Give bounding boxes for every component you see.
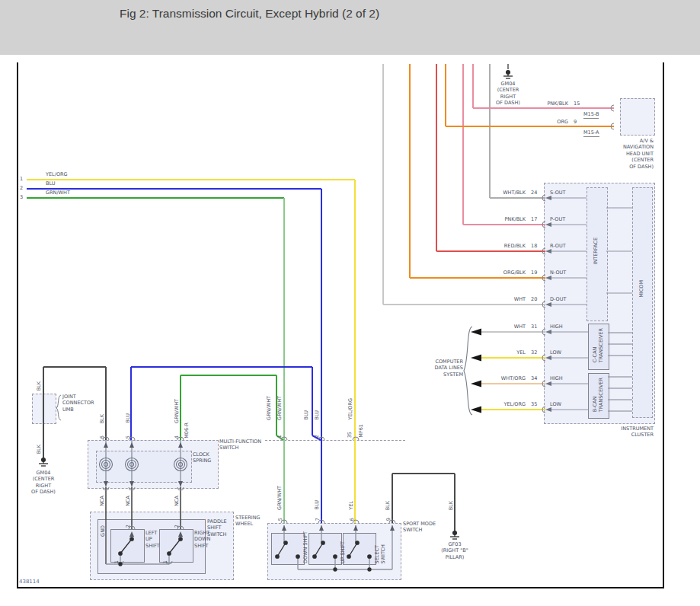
can2-color: YEL — [487, 349, 526, 356]
sport-pin4-wire: BLK — [385, 501, 391, 510]
av-pin2-conn: M15-A — [583, 129, 599, 137]
sport-pin2-wire: BLU — [314, 500, 320, 510]
mf61-pin1-num: 1 — [276, 435, 283, 438]
av-pin2-color: ORG — [533, 119, 568, 125]
mf61-pin1-wire-b: GRN/WHT — [276, 396, 283, 420]
can2-num: 32 — [531, 349, 537, 356]
paddle-right-pin-num: 2 — [174, 525, 180, 528]
sport-pin4-num: 9 — [385, 518, 392, 521]
gm04-left-label: GM04 (CENTER RIGHT OF DASH) — [22, 470, 65, 496]
mfs-pin1-wire-label: BLK — [99, 414, 105, 423]
sout-num: 24 — [531, 190, 537, 196]
av-pin1-num: 15 — [574, 100, 580, 107]
left-wire-2-label: BLU — [46, 180, 56, 187]
can1-color: WHT — [487, 324, 526, 330]
joint-blk-top-label: BLK — [36, 381, 42, 391]
clock-spring-label: CLOCK SPRING — [193, 451, 211, 464]
sport-pin1-wire: GRN/WHT — [276, 486, 283, 510]
sport-pin2-num: 7 — [315, 518, 321, 521]
computer-data-lines-label: COMPUTER DATA LINES SYSTEM — [419, 359, 463, 378]
select-switch-label: SELECT SWITCH — [374, 544, 386, 564]
sout-signal: S-OUT — [550, 190, 566, 196]
mf61-pin3-num: 35 — [347, 432, 353, 438]
can4-signal: LOW — [550, 401, 561, 407]
rout-color: RED/BLK — [487, 243, 526, 249]
dout-color: WHT — [487, 296, 526, 302]
av-pin1-color: PNK/BLK — [533, 100, 568, 107]
mfs-pin1-num: 6 — [99, 435, 105, 439]
can-arrowheads — [471, 329, 481, 413]
micom-label: MICOM — [638, 280, 644, 298]
sport-switch-contacts — [276, 541, 371, 571]
mfs-pin3-conn: M06-R — [184, 423, 190, 439]
multi-function-switch-label: MULTI-FUNCTION SWITCH — [219, 439, 265, 451]
interface-micom-links — [606, 208, 632, 411]
rout-num: 18 — [531, 243, 537, 249]
mf61-conn-label: MF61 — [358, 424, 364, 438]
av-pin2-num: 9 — [574, 119, 577, 125]
mfs-pin3-wire-label: GRN/WHT — [174, 399, 180, 423]
mfs-pin2-num: 5 — [125, 435, 131, 439]
nout-color: ORG/BLK — [487, 270, 526, 276]
paddle-bottom-pin-2: 1 — [162, 560, 168, 563]
nout-num: 19 — [531, 270, 537, 276]
can3-color: WHT/ORG — [487, 375, 526, 381]
nca-label-1: NCA — [99, 496, 105, 506]
down-shift-label: DOWN SHIFT — [302, 531, 308, 563]
diagram-code: 438114 — [19, 579, 40, 585]
wiring-diagram-page: Fig 2: Transmission Circuit, Except Hybr… — [0, 0, 700, 606]
sport-mode-switch-label: SPORT MODE SWITCH — [403, 521, 450, 534]
mf61-pin2-wire-a: BLU — [303, 410, 309, 420]
pout-color: PNK/BLK — [487, 216, 526, 222]
paddle-shift-switch-label: PADDLE SHIFT SWITCH — [207, 518, 227, 537]
left-up-shift-label: LEFT UP SHIFT — [145, 530, 160, 549]
rout-signal: R-OUT — [550, 243, 566, 249]
left-wire-1-label: YEL/ORG — [46, 171, 68, 177]
nca-label-3: NCA — [174, 496, 180, 506]
gm04-left-ground-icon — [39, 458, 48, 466]
sport-pin3-wire: YEL — [348, 501, 354, 510]
sout-color: WHT/BLK — [487, 190, 526, 196]
mf61-pin1-wire-a: GRN/WHT — [266, 396, 272, 420]
paddle-bottom-pin-1: 1 — [113, 560, 120, 563]
dout-num: 20 — [531, 296, 537, 302]
gf03-wire-label: BLK — [448, 501, 454, 510]
mf61-pin2-wire-b: BLU — [314, 410, 320, 420]
sport-pin3-num: 6 — [349, 518, 355, 521]
gf03-ground-icon — [450, 531, 459, 539]
bcan-label: B-CAN TRANSCEIVER — [592, 378, 604, 412]
pout-num: 17 — [531, 216, 537, 222]
paddle-gnd-label: GND — [100, 525, 106, 537]
paddle-left-pin-num: 2 — [125, 525, 131, 528]
can3-signal: HIGH — [550, 375, 563, 381]
mfs-pin3-num: 4 — [174, 435, 180, 439]
can4-num: 35 — [531, 401, 537, 407]
nca-label-2: NCA — [125, 496, 131, 506]
can1-num: 31 — [531, 324, 537, 330]
dout-signal: D-OUT — [550, 296, 566, 302]
mfs-pin2-wire-label: BLU — [125, 413, 131, 423]
gf03-label: GF03 (RIGHT "B" PILLAR) — [433, 541, 476, 560]
can2-signal: LOW — [550, 349, 561, 356]
can4-color: YEL/ORG — [487, 401, 526, 407]
left-wire-3-label: GRN/WHT — [46, 190, 70, 196]
mf61-pin2-num: 2 — [314, 435, 320, 438]
av-pin1-conn: M15-B — [583, 111, 599, 119]
computer-data-lines-brace — [464, 327, 472, 415]
pout-signal: P-OUT — [550, 216, 565, 222]
left-wire-2-num: 2 — [20, 185, 23, 191]
joint-connector-brace — [56, 395, 61, 420]
mf61-pin3-wire-a: YEL/ORG — [347, 398, 353, 420]
joint-connector-label: JOINT CONNECTOR UMB — [62, 394, 110, 413]
sport-pin1-num: 5 — [277, 518, 283, 521]
can1-signal: HIGH — [550, 324, 563, 330]
left-wire-3-num: 3 — [20, 194, 23, 200]
ccan-label: C-CAN TRANSCEIVER — [592, 328, 604, 362]
joint-blk-bottom-label: BLK — [36, 445, 42, 454]
steering-wheel-label: STEERING WHEEL — [235, 515, 261, 528]
can3-num: 34 — [531, 375, 537, 381]
up-shift-label: UP SHIFT — [340, 541, 346, 563]
instrument-cluster-label: INSTRUMENT CLUSTER — [593, 426, 654, 439]
clock-spring-coil-icons — [100, 458, 187, 471]
av-head-unit-label: A/V & NAVIGATION HEAD UNIT (CENTER OF DA… — [599, 138, 654, 170]
